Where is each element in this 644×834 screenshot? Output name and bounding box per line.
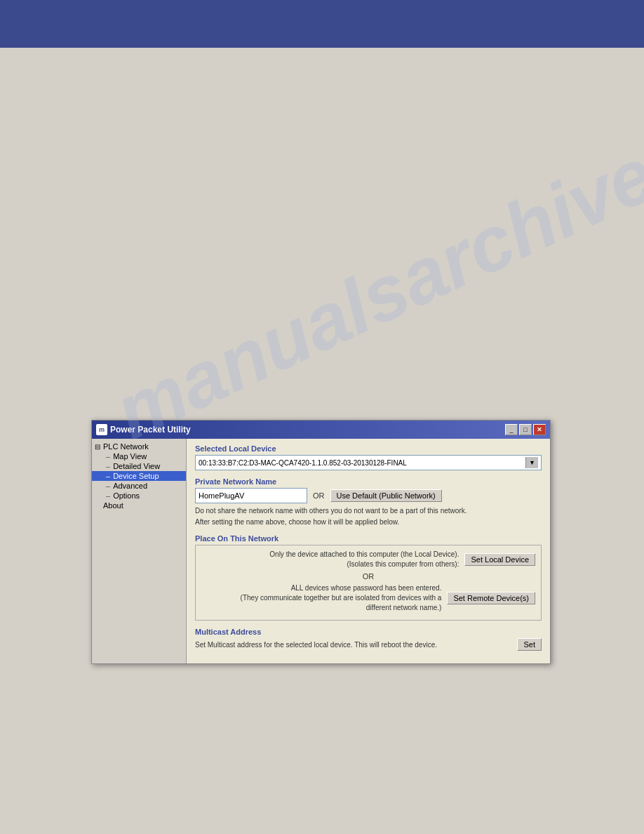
window-controls: _ □ ✕: [505, 424, 546, 435]
place-on-network-label: Place On This Network: [195, 534, 542, 543]
remote-device-text: ALL devices whose password has been ente…: [201, 583, 447, 613]
multicast-text: Set Multicast address for the selected l…: [195, 641, 517, 649]
multicast-section: Multicast Address Set Multicast address …: [195, 628, 542, 651]
dash-icon: –: [106, 462, 110, 470]
or-divider: OR: [201, 572, 535, 581]
maximize-button[interactable]: □: [519, 424, 532, 435]
selected-local-device-label: Selected Local Device: [195, 444, 542, 453]
network-name-input[interactable]: [195, 488, 307, 503]
set-remote-devices-button[interactable]: Set Remote Device(s): [447, 592, 535, 604]
selected-local-device-section: Selected Local Device 00:13:33:B7:C2:D3-…: [195, 444, 542, 470]
remote-device-row: ALL devices whose password has been ente…: [201, 583, 535, 613]
or-label: OR: [313, 491, 325, 500]
sidebar-item-label: Options: [113, 491, 140, 500]
dash-icon: –: [106, 472, 110, 480]
multicast-set-button[interactable]: Set: [517, 638, 542, 651]
main-window: m Power Packet Utility _ □ ✕ ⊟ PLC Netwo…: [91, 420, 551, 664]
sidebar-item-label: Map View: [113, 452, 147, 461]
sidebar-item-label: PLC Network: [103, 442, 149, 451]
top-bar: [0, 0, 644, 48]
sidebar-item-label: Device Setup: [113, 472, 159, 480]
use-default-button[interactable]: Use Default (Public Network): [330, 489, 442, 502]
private-network-name-section: Private Network Name OR Use Default (Pub…: [195, 477, 542, 527]
multicast-row: Set Multicast address for the selected l…: [195, 638, 542, 651]
info-line2: After setting the name above, choose how…: [195, 517, 542, 527]
set-local-device-button[interactable]: Set Local Device: [464, 553, 535, 566]
desktop: manualsarchive.com m Power Packet Utilit…: [0, 48, 644, 834]
local-device-row: Only the device attached to this compute…: [201, 550, 535, 569]
sidebar-item-label: About: [103, 501, 123, 510]
selected-local-device-value: 00:13:33:B7:C2:D3-MAC-QCA7420-1.1.0.852-…: [199, 459, 407, 467]
dropdown-arrow-icon: ▼: [525, 457, 538, 468]
multicast-label: Multicast Address: [195, 628, 542, 636]
sidebar-item-advanced[interactable]: – Advanced: [92, 481, 186, 491]
dash-icon: –: [106, 491, 110, 500]
place-network-box: Only the device attached to this compute…: [195, 545, 542, 621]
sidebar-item-label: Detailed View: [113, 462, 160, 470]
info-line1: Do not share the network name with other…: [195, 506, 542, 516]
dash-icon: –: [106, 452, 110, 461]
sidebar-item-about[interactable]: About: [92, 501, 186, 510]
window-titlebar: m Power Packet Utility _ □ ✕: [92, 421, 550, 439]
private-network-name-label: Private Network Name: [195, 477, 542, 486]
minimize-button[interactable]: _: [505, 424, 518, 435]
expand-icon: ⊟: [95, 443, 102, 451]
place-on-network-section: Place On This Network Only the device at…: [195, 534, 542, 621]
selected-local-device-dropdown[interactable]: 00:13:33:B7:C2:D3-MAC-QCA7420-1.1.0.852-…: [195, 455, 542, 470]
sidebar-item-label: Advanced: [113, 482, 147, 490]
close-button[interactable]: ✕: [533, 424, 546, 435]
local-device-text: Only the device attached to this compute…: [201, 550, 464, 569]
window-title: Power Packet Utility: [110, 425, 502, 435]
window-body: ⊟ PLC Network – Map View – Detailed View…: [92, 439, 550, 663]
sidebar-item-device-setup[interactable]: – Device Setup: [92, 471, 186, 481]
sidebar-item-map-view[interactable]: – Map View: [92, 451, 186, 461]
main-content: Selected Local Device 00:13:33:B7:C2:D3-…: [187, 439, 550, 663]
sidebar-item-options[interactable]: – Options: [92, 491, 186, 501]
dash-icon: –: [106, 482, 110, 490]
sidebar-item-plc-network[interactable]: ⊟ PLC Network: [92, 442, 186, 451]
network-name-row: OR Use Default (Public Network): [195, 488, 542, 503]
sidebar-item-detailed-view[interactable]: – Detailed View: [92, 461, 186, 471]
sidebar: ⊟ PLC Network – Map View – Detailed View…: [92, 439, 187, 663]
window-app-icon: m: [96, 424, 107, 435]
